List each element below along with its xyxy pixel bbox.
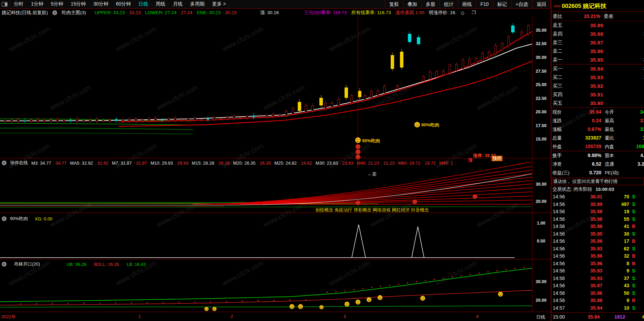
menu-1min[interactable]: 1分钟 xyxy=(27,1,47,7)
tick-row: 14:5635.96 32B xyxy=(551,252,644,260)
collapse-icon[interactable]: ∨ xyxy=(52,10,57,15)
menu-5min[interactable]: 5分钟 xyxy=(47,1,67,7)
last-trade-row: 15:00 35.94 1912 4 xyxy=(551,312,644,321)
axis-label: 20.00 xyxy=(533,199,549,204)
menu-daily[interactable]: 日线 xyxy=(135,1,152,7)
axis-month-label: 2 xyxy=(231,314,233,319)
svg-text:www.cfchi.com: www.cfchi.com xyxy=(155,200,199,229)
ub-value: UB: 36.28 xyxy=(66,262,86,267)
restore-icon[interactable]: ❐ xyxy=(472,10,476,15)
ask-row[interactable]: 卖二35.96 xyxy=(551,47,644,55)
axis-month-label: 4 xyxy=(476,314,478,319)
window-icon[interactable] xyxy=(2,2,8,7)
period-selector[interactable]: 日线 xyxy=(533,314,549,321)
collapse-icon[interactable]: ∨ xyxy=(2,262,7,267)
weibi-label: 委比 xyxy=(551,12,567,21)
bid-row[interactable]: 买四35.91 xyxy=(551,90,644,99)
ask-row[interactable]: 卖五35.99 xyxy=(551,21,644,30)
menu-f10[interactable]: F10 xyxy=(476,0,493,8)
tick-row: 14:5635.98 19S xyxy=(551,208,644,216)
collapse-icon[interactable]: ∨ xyxy=(2,216,7,221)
svg-text:www.cfchi.com: www.cfchi.com xyxy=(327,25,371,53)
menu-fuquan[interactable]: 复权 xyxy=(385,0,403,8)
lower-value: LOWER: 27.2427.24 xyxy=(145,10,192,15)
menu-monthly[interactable]: 月线 xyxy=(169,1,186,7)
axis-year-label: 2022年 xyxy=(1,314,16,320)
indicator-name[interactable]: 吃肉主图(3) xyxy=(62,10,86,16)
trade-status: 交易状态: 闭市阶段 15:00:03 xyxy=(551,185,644,193)
menu-overlay[interactable]: 叠加 xyxy=(403,0,421,8)
panel4-title[interactable]: 布林开口(20) xyxy=(14,261,40,267)
quote-panel: www.cfchi.com www.cfchi.com 1000 002605 … xyxy=(551,0,644,321)
weicha-label: 委差 xyxy=(600,12,622,21)
bid-row[interactable]: 买一35.9432 xyxy=(551,64,644,73)
bid-book: 买一35.9432 买二35.9310 买三35.92 买四35.91 买五35… xyxy=(551,64,644,108)
bid-row[interactable]: 买三35.92 xyxy=(551,82,644,90)
forecast-badge[interactable]: 预榜 xyxy=(492,156,503,161)
stock-title: 姚记科技(日线.前复权) xyxy=(2,10,48,16)
tick-list: 14:5636.01 70S 14:5635.99 497S 14:5635.9… xyxy=(551,193,644,312)
menu-15min[interactable]: 15分钟 xyxy=(67,1,90,7)
status-label: 交易状态: 闭市阶段 xyxy=(552,187,592,192)
menu-back[interactable]: 返回 xyxy=(532,0,551,8)
axis-label: 30.00 xyxy=(533,55,549,60)
stock-code-name[interactable]: 002605 姚记科技 xyxy=(562,2,606,10)
tick-row: 14:5635.98 17B xyxy=(551,238,644,245)
svg-text:www.cfchi.com: www.cfchi.com xyxy=(434,25,478,53)
axis-label: 22.50 xyxy=(533,96,549,101)
menu-drawline[interactable]: 画线 xyxy=(458,0,476,8)
menu-weekly[interactable]: 周线 xyxy=(152,1,169,7)
tick-row: 14:5635.96 8B xyxy=(551,260,644,268)
svg-text:www.cfchi.com: www.cfchi.com xyxy=(434,259,478,287)
axis-label: 1.00 xyxy=(533,221,549,226)
tick-row: 14:5635.93 37S xyxy=(551,275,644,282)
stat-row: 换手9.88% 股本4.11 xyxy=(551,151,644,160)
menu-60min[interactable]: 60分钟 xyxy=(112,1,135,7)
quote-tag: 1000 xyxy=(553,4,560,8)
tick-row: 14:5635.97 43S xyxy=(551,282,644,290)
tick-row: 14:5635.96 50S xyxy=(551,290,644,297)
menu-30min[interactable]: 30分钟 xyxy=(89,1,112,7)
menu-more[interactable]: 更多 > xyxy=(208,1,230,7)
collapse-icon[interactable]: ∨ xyxy=(2,160,7,165)
menu-multistock[interactable]: 多股 xyxy=(421,0,440,8)
menu-mark[interactable]: 标记 xyxy=(493,0,511,8)
divider xyxy=(0,259,551,259)
tick-row: 14:5735.94 10S xyxy=(551,304,644,312)
stat-row: 外盘155729 内盘16809 xyxy=(551,142,644,151)
axis-label: 30.00 xyxy=(533,182,549,187)
weicha-value: 15 xyxy=(622,12,644,21)
sell-arrow-label: ←卖 xyxy=(368,171,377,177)
panel2-header: ∨ 张停在线 M3: 34.7734.77MA5: 32.9232.92M7: … xyxy=(2,160,549,166)
ma-value: M7: 31.8731.87 xyxy=(112,160,147,166)
bid-row[interactable]: 买五35.90 xyxy=(551,99,644,107)
top-value: 顶: 30.16 xyxy=(260,10,279,16)
tick-row: 14:5635.99 497S xyxy=(551,201,644,208)
panel3-title[interactable]: 90%吃肉 xyxy=(10,216,28,222)
menu-timeshare[interactable]: 分时 xyxy=(10,1,27,7)
stat-row: 收益(三)0.720 PE(动)37 xyxy=(551,168,644,177)
ask-row[interactable]: 卖三35.97 xyxy=(551,38,644,47)
ma-value: M20: 26.3526.35 xyxy=(233,160,271,166)
svg-text:www.cfchi.com: www.cfchi.com xyxy=(49,200,93,229)
menu-add-watchlist[interactable]: +自选 xyxy=(511,0,532,8)
bid-row[interactable]: 买二35.9310 xyxy=(551,73,644,82)
stat-row: 净资6.52 流通3.284 xyxy=(551,160,644,168)
panel2-title[interactable]: 张停在线 xyxy=(10,160,28,166)
menu-stats[interactable]: 统计 xyxy=(440,0,458,8)
ask-row[interactable]: 卖四35.9817 xyxy=(551,30,644,38)
svg-text:www.cfchi.com: www.cfchi.com xyxy=(114,25,158,53)
stats-block: 现价35.94 今开34.0 涨跌0.24 最高37.4 涨幅0.67% 最低3… xyxy=(551,108,644,177)
level2-ad-banner[interactable]: 通达信， 仅需20元查看千档行情 xyxy=(552,178,644,185)
weibi-value: 20.21% xyxy=(567,12,600,21)
menu-multiperiod[interactable]: 多周期 xyxy=(186,1,208,7)
ma-value: MA5: 32.9232.92 xyxy=(70,160,108,166)
stat-row: 总量323827 量比1.3 xyxy=(551,134,644,142)
panel4-header: ∨ 布林开口(20) UB: 36.28 BOLL: 26.35 LB: 16.… xyxy=(2,261,146,267)
next-limit-price: 明涨停价: 16. xyxy=(429,10,456,16)
axis-label: 25.00 xyxy=(533,82,549,87)
ma-value: M15: 28.2828.28 xyxy=(192,160,230,166)
axis-label: 32.50 xyxy=(533,41,549,46)
ask-row[interactable]: 卖一35.9520 xyxy=(551,55,644,64)
top-menu-bar: 分时 1分钟 5分钟 15分钟 30分钟 60分钟 日线 周线 月线 多周期 更… xyxy=(0,0,551,9)
